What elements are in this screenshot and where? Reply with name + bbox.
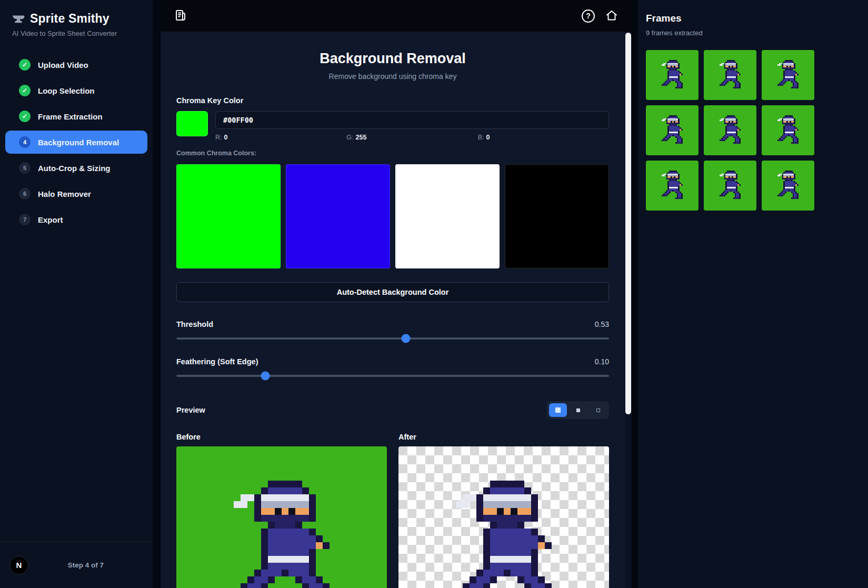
frame-thumbnail[interactable] <box>762 50 814 100</box>
page-title: Background Removal <box>176 51 609 67</box>
frames-grid <box>646 50 868 211</box>
common-chroma-swatches <box>176 164 609 268</box>
frame-thumbnail[interactable] <box>762 161 814 211</box>
sidebar-footer: N Step 4 of 7 <box>0 542 153 588</box>
topbar: ? <box>161 0 632 32</box>
ninja-sprite <box>449 474 558 588</box>
threshold-slider-thumb[interactable] <box>401 334 410 343</box>
hex-color-input[interactable] <box>215 111 609 129</box>
threshold-value: 0.53 <box>595 320 609 328</box>
sidebar: Sprite Smithy AI Video to Sprite Sheet C… <box>0 0 153 588</box>
sidebar-item-label: Background Removal <box>38 138 119 147</box>
medium-square-icon <box>576 408 580 412</box>
chroma-swatch-white[interactable] <box>395 164 500 268</box>
frames-panel: Frames 9 frames extracted <box>638 0 868 588</box>
step-progress: Step 4 of 7 <box>28 561 143 569</box>
before-column: Before <box>176 433 387 588</box>
checker-size-small-button[interactable] <box>589 403 607 417</box>
ninja-sprite <box>718 58 742 92</box>
frame-thumbnail[interactable] <box>704 161 756 211</box>
rgb-green: G:255 <box>346 134 477 141</box>
topbar-actions: ? <box>582 9 618 23</box>
frame-thumbnail[interactable] <box>704 105 756 155</box>
rgb-readout: R:0 G:255 B:0 <box>215 134 609 141</box>
sidebar-item-label: Halo Remover <box>38 190 91 198</box>
sidebar-item-loop-selection[interactable]: ✓ Loop Selection <box>5 79 147 102</box>
threshold-slider-block: Threshold 0.53 <box>176 320 609 340</box>
feathering-slider[interactable] <box>176 375 609 377</box>
question-icon: ? <box>582 9 595 23</box>
ninja-sprite <box>660 58 684 92</box>
checker-size-large-button[interactable] <box>549 403 567 417</box>
step-number: 6 <box>19 188 31 200</box>
chroma-color-row: R:0 G:255 B:0 <box>176 111 609 141</box>
ninja-sprite <box>776 169 800 202</box>
sidebar-item-upload-video[interactable]: ✓ Upload Video <box>5 53 147 76</box>
check-icon: ✓ <box>19 111 31 122</box>
step-number: 7 <box>19 214 31 225</box>
feathering-label: Feathering (Soft Edge) <box>176 357 258 366</box>
after-column: After <box>398 433 609 588</box>
sidebar-item-label: Upload Video <box>38 61 88 69</box>
chroma-swatch-green[interactable] <box>176 164 281 268</box>
main-column: ? Background Removal Remove background u… <box>161 0 632 588</box>
sidebar-item-export[interactable]: 7 Export <box>5 208 147 231</box>
main-content: Background Removal Remove background usi… <box>161 32 632 588</box>
step-number: 4 <box>19 136 31 148</box>
before-label: Before <box>176 433 387 441</box>
logo-row: Sprite Smithy <box>0 12 153 26</box>
ninja-sprite <box>718 114 742 147</box>
sidebar-item-label: Auto-Crop & Sizing <box>38 164 110 173</box>
ninja-sprite <box>776 58 800 92</box>
sidebar-item-background-removal[interactable]: 4 Background Removal <box>5 131 147 154</box>
check-icon: ✓ <box>19 59 31 71</box>
step-number: 5 <box>19 162 31 174</box>
scrollbar-track[interactable] <box>625 32 632 588</box>
after-preview-panel <box>398 446 609 588</box>
preview-header-row: Preview <box>176 401 609 419</box>
checker-size-toggle-group <box>547 401 609 419</box>
sidebar-item-frame-extraction[interactable]: ✓ Frame Extraction <box>5 105 147 128</box>
scrollbar-thumb[interactable] <box>625 33 631 414</box>
threshold-label: Threshold <box>176 320 213 328</box>
chroma-swatch-black[interactable] <box>505 164 609 268</box>
before-preview-panel <box>176 446 387 588</box>
app-subtitle: AI Video to Sprite Sheet Converter <box>0 29 153 37</box>
auto-detect-background-button[interactable]: Auto-Detect Background Color <box>176 282 609 302</box>
frame-thumbnail[interactable] <box>646 105 699 155</box>
avatar[interactable]: N <box>9 556 28 575</box>
sidebar-item-label: Frame Extraction <box>38 112 103 121</box>
chroma-color-preview[interactable] <box>176 111 208 136</box>
help-button[interactable]: ? <box>582 9 595 23</box>
chroma-swatch-blue[interactable] <box>286 164 390 268</box>
small-square-icon <box>596 408 600 412</box>
ninja-sprite <box>718 169 742 202</box>
home-icon <box>605 9 618 23</box>
document-icon <box>174 9 187 23</box>
preview-label: Preview <box>176 406 205 414</box>
home-button[interactable] <box>605 9 618 23</box>
anvil-icon <box>12 12 25 26</box>
sidebar-item-halo-remover[interactable]: 6 Halo Remover <box>5 182 147 205</box>
feathering-slider-block: Feathering (Soft Edge) 0.10 <box>176 357 609 377</box>
app-root: Sprite Smithy AI Video to Sprite Sheet C… <box>0 0 868 588</box>
frame-thumbnail[interactable] <box>704 50 756 100</box>
checker-size-medium-button[interactable] <box>569 403 587 417</box>
threshold-slider[interactable] <box>176 337 609 340</box>
ninja-sprite <box>776 114 800 147</box>
ninja-sprite <box>660 114 684 147</box>
sidebar-item-auto-crop-sizing[interactable]: 5 Auto-Crop & Sizing <box>5 156 147 180</box>
frame-thumbnail[interactable] <box>646 50 699 100</box>
ninja-sprite <box>227 474 336 588</box>
frames-title: Frames <box>646 13 868 24</box>
page-subtitle: Remove background using chroma key <box>176 72 609 81</box>
feathering-value: 0.10 <box>595 357 609 366</box>
feathering-slider-thumb[interactable] <box>261 372 270 381</box>
check-icon: ✓ <box>19 85 31 96</box>
sidebar-item-label: Export <box>38 215 63 224</box>
common-chroma-label: Common Chroma Colors: <box>176 150 609 157</box>
sprite-sheet-document-button[interactable] <box>174 9 187 23</box>
frame-thumbnail[interactable] <box>646 161 699 211</box>
chroma-key-label: Chroma Key Color <box>176 96 609 105</box>
frame-thumbnail[interactable] <box>762 105 814 155</box>
